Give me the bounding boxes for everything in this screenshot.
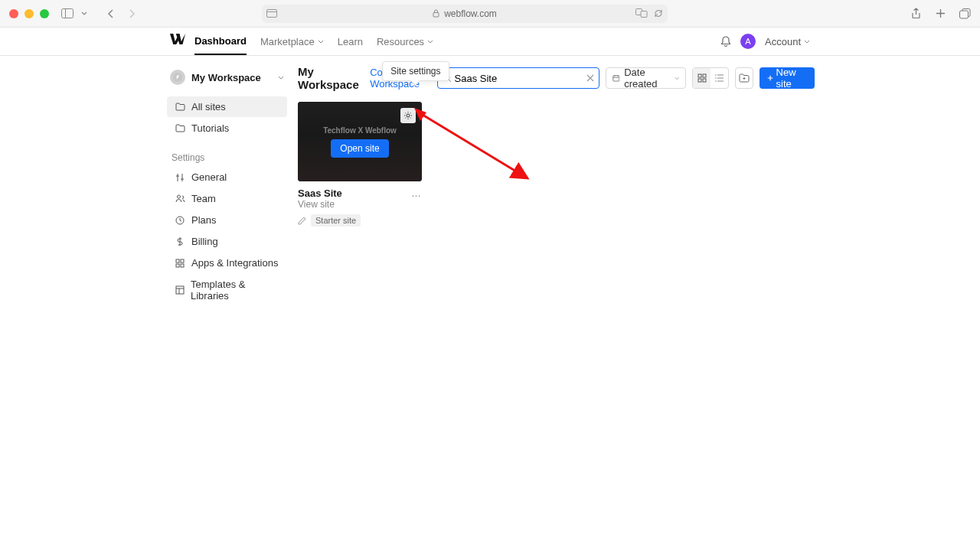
workspace-selector[interactable]: My Workspace xyxy=(164,65,290,90)
clear-search-icon[interactable] xyxy=(586,74,594,82)
svg-rect-0 xyxy=(62,9,74,18)
url-text: webflow.com xyxy=(444,8,497,19)
new-folder-button[interactable] xyxy=(735,67,753,89)
sidebar-item-label: Team xyxy=(191,193,216,204)
svg-point-32 xyxy=(715,77,717,79)
forward-icon[interactable] xyxy=(126,8,138,20)
svg-rect-24 xyxy=(698,74,701,77)
site-card: Techflow X Webflow Open site Saas Site …… xyxy=(298,102,422,227)
sidebar-item-apps[interactable]: Apps & Integrations xyxy=(167,253,287,273)
new-site-button[interactable]: New site xyxy=(760,67,815,89)
nav-tab-learn[interactable]: Learn xyxy=(338,28,363,55)
view-site-link[interactable]: View site xyxy=(298,199,422,210)
chevron-down-icon[interactable] xyxy=(78,8,90,20)
main-area: My Workspace Core Workspace Site setting… xyxy=(290,56,980,316)
open-site-button[interactable]: Open site xyxy=(331,139,388,158)
webflow-logo-icon[interactable] xyxy=(170,34,185,44)
account-dropdown[interactable]: Account xyxy=(765,36,810,47)
core-workspace-link[interactable]: Core Workspace Site settings xyxy=(370,67,430,90)
apps-icon xyxy=(175,258,185,269)
sidebar-item-label: General xyxy=(191,171,227,183)
svg-rect-7 xyxy=(959,11,968,18)
back-icon[interactable] xyxy=(104,8,116,20)
website-settings-icon[interactable] xyxy=(266,9,277,18)
list-view-button[interactable] xyxy=(710,68,728,88)
svg-rect-13 xyxy=(176,264,179,267)
sidebar-section-settings: Settings xyxy=(164,146,290,166)
plans-icon xyxy=(175,215,185,226)
sidebar-item-label: Apps & Integrations xyxy=(191,257,278,269)
tabs-icon[interactable] xyxy=(959,8,971,20)
lock-icon xyxy=(433,9,439,18)
nav-tab-marketplace[interactable]: Marketplace xyxy=(260,28,324,55)
reload-icon[interactable] xyxy=(654,8,663,18)
date-created-filter[interactable]: Date created xyxy=(606,67,687,89)
templates-icon xyxy=(175,285,185,295)
search-input-field[interactable] xyxy=(455,73,583,84)
minimize-window-icon[interactable] xyxy=(24,9,34,18)
svg-rect-2 xyxy=(267,10,277,18)
nav-tab-resources[interactable]: Resources xyxy=(377,28,433,55)
svg-rect-14 xyxy=(181,264,184,267)
view-toggle xyxy=(692,67,729,89)
thumbnail-preview-text: Techflow X Webflow xyxy=(323,126,397,135)
chevron-down-icon xyxy=(427,40,433,44)
new-tab-icon[interactable] xyxy=(934,8,946,20)
grid-view-button[interactable] xyxy=(693,68,710,88)
sidebar-item-plans[interactable]: Plans xyxy=(167,210,287,230)
sidebar-item-label: Tutorials xyxy=(191,122,229,134)
share-icon[interactable] xyxy=(910,8,922,20)
svg-point-9 xyxy=(177,195,180,198)
svg-line-35 xyxy=(419,112,528,178)
sidebar: My Workspace All sites Tutorials Setting… xyxy=(164,56,290,316)
chevron-down-icon xyxy=(318,40,324,44)
sliders-icon xyxy=(175,172,185,183)
bell-icon[interactable] xyxy=(720,36,731,47)
nav-tab-dashboard[interactable]: Dashboard xyxy=(194,28,247,55)
sidebar-item-all-sites[interactable]: All sites xyxy=(167,96,287,117)
url-bar[interactable]: webflow.com xyxy=(262,5,668,23)
content-header: My Workspace Core Workspace Site setting… xyxy=(298,65,815,91)
avatar[interactable]: A xyxy=(740,34,756,49)
sidebar-toggle-icon[interactable] xyxy=(61,8,74,20)
folder-icon xyxy=(175,102,185,112)
sidebar-item-billing[interactable]: Billing xyxy=(167,231,287,252)
list-icon xyxy=(715,74,724,82)
search-input[interactable] xyxy=(437,67,599,89)
calendar-icon xyxy=(612,73,620,83)
sidebar-item-label: Plans xyxy=(191,214,217,226)
gear-icon xyxy=(403,111,413,120)
svg-point-31 xyxy=(715,74,717,76)
svg-rect-4 xyxy=(433,13,439,18)
window-controls xyxy=(9,9,49,18)
svg-point-33 xyxy=(715,80,717,82)
workspace-avatar-icon xyxy=(170,70,185,85)
sidebar-item-label: Billing xyxy=(191,236,218,247)
translate-icon[interactable] xyxy=(635,8,648,18)
site-settings-button[interactable] xyxy=(400,108,416,123)
svg-rect-6 xyxy=(641,11,647,18)
chevron-down-icon xyxy=(278,76,284,80)
workspace-name: My Workspace xyxy=(191,72,272,83)
sidebar-item-tutorials[interactable]: Tutorials xyxy=(167,118,287,139)
svg-rect-27 xyxy=(703,79,706,82)
svg-rect-15 xyxy=(176,286,184,294)
sidebar-item-team[interactable]: Team xyxy=(167,188,287,209)
billing-icon xyxy=(175,236,185,247)
close-window-icon[interactable] xyxy=(9,9,18,18)
sidebar-item-general[interactable]: General xyxy=(167,167,287,187)
browser-chrome: webflow.com xyxy=(0,0,980,28)
tooltip-site-settings: Site settings xyxy=(382,61,449,81)
site-more-button[interactable]: … xyxy=(411,187,422,199)
svg-rect-11 xyxy=(176,259,179,262)
sidebar-item-label: Templates & Libraries xyxy=(191,279,279,302)
chevron-down-icon xyxy=(675,77,679,80)
pen-icon xyxy=(298,217,306,225)
svg-rect-12 xyxy=(181,259,184,262)
site-name: Saas Site xyxy=(298,187,342,199)
svg-rect-26 xyxy=(698,79,701,82)
plus-icon xyxy=(767,74,773,82)
maximize-window-icon[interactable] xyxy=(40,9,49,18)
sidebar-item-templates[interactable]: Templates & Libraries xyxy=(167,274,287,306)
site-thumbnail[interactable]: Techflow X Webflow Open site xyxy=(298,102,422,181)
